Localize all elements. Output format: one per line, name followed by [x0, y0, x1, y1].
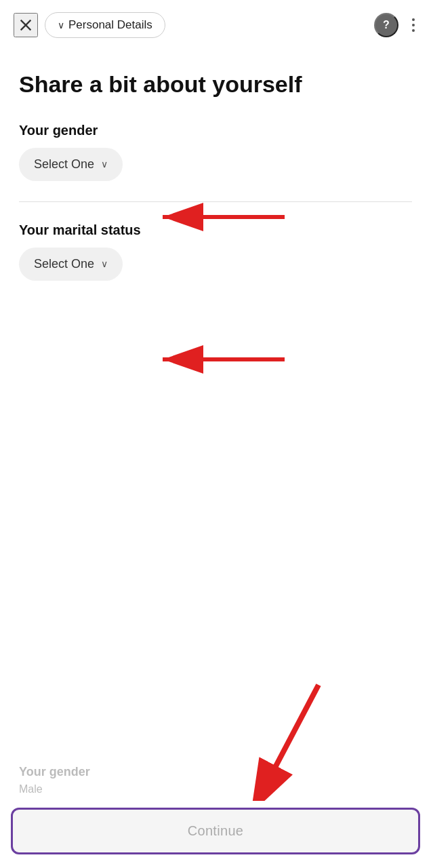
peeking-content: Your gender Male: [0, 765, 431, 801]
more-dot-2: [412, 24, 415, 26]
header: ∨ Personal Details ?: [0, 0, 431, 50]
header-right: ?: [374, 13, 417, 37]
continue-btn-wrapper: Continue: [0, 801, 431, 868]
gender-select-value: Select One: [34, 157, 94, 172]
continue-section: Your gender Male Continue: [0, 765, 431, 868]
page-title: Share a bit about yourself: [19, 71, 412, 98]
divider-1: [19, 201, 412, 202]
marital-status-select-button[interactable]: Select One ∨: [19, 248, 123, 281]
peeking-gender-value: Male: [19, 783, 412, 795]
close-icon: [18, 18, 33, 33]
peeking-gender-label: Your gender: [19, 765, 412, 779]
more-button[interactable]: [409, 16, 417, 35]
more-dot-1: [412, 18, 415, 21]
section-pill-label: Personal Details: [68, 18, 152, 32]
section-pill[interactable]: ∨ Personal Details: [45, 12, 165, 38]
marital-status-label: Your marital status: [19, 222, 412, 238]
more-dot-3: [412, 29, 415, 32]
help-icon: ?: [383, 19, 390, 31]
gender-section: Your gender Select One ∨: [19, 123, 412, 181]
marital-arrow-annotation: [156, 339, 291, 380]
marital-status-select-value: Select One: [34, 257, 94, 271]
gender-select-button[interactable]: Select One ∨: [19, 148, 123, 181]
help-button[interactable]: ?: [374, 13, 398, 37]
main-content: Share a bit about yourself Your gender S…: [0, 50, 431, 281]
close-button[interactable]: [14, 13, 38, 37]
section-pill-chevron-icon: ∨: [58, 20, 64, 31]
gender-select-chevron-icon: ∨: [101, 159, 108, 170]
marital-status-select-chevron-icon: ∨: [101, 258, 108, 269]
header-left: ∨ Personal Details: [14, 12, 165, 38]
gender-label: Your gender: [19, 123, 412, 138]
continue-button[interactable]: Continue: [11, 808, 420, 854]
marital-status-section: Your marital status Select One ∨: [19, 222, 412, 281]
